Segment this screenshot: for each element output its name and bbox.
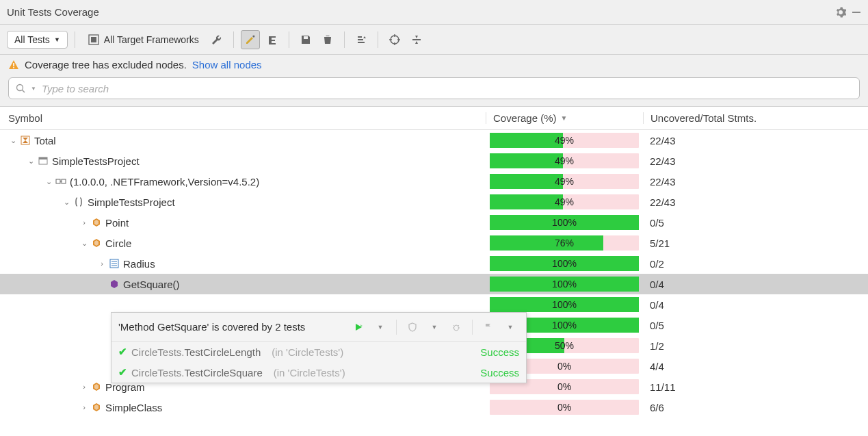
target-frameworks-label: All Target Frameworks bbox=[104, 34, 199, 45]
cell-symbol: ›SimpleClass bbox=[0, 402, 486, 413]
cell-coverage: 100% bbox=[486, 277, 643, 292]
tree-row[interactable]: ⌄Total49%22/43 bbox=[0, 130, 868, 151]
tree-row[interactable]: ›Radius100%0/2 bbox=[0, 253, 868, 274]
test-location: (in 'CircleTests') bbox=[272, 346, 343, 358]
cell-uncovered: 0/4 bbox=[643, 279, 868, 290]
header-coverage[interactable]: Coverage (%) ▼ bbox=[486, 112, 643, 124]
svg-line-7 bbox=[23, 90, 25, 93]
target-icon[interactable] bbox=[385, 30, 404, 49]
header-uncovered[interactable]: Uncovered/Total Stmts. bbox=[643, 112, 868, 124]
cell-uncovered: 4/4 bbox=[643, 361, 868, 372]
tree-row[interactable]: GetSquare()100%0/4 bbox=[0, 274, 868, 294]
tree-row[interactable]: ⌄SimpleTestsProject49%22/43 bbox=[0, 151, 868, 171]
header-symbol[interactable]: Symbol bbox=[0, 112, 486, 124]
cell-symbol: ⌄(1.0.0.0, .NETFramework,Version=v4.5.2) bbox=[0, 176, 486, 188]
highlight-icon[interactable] bbox=[241, 30, 260, 49]
column-headers: Symbol Coverage (%) ▼ Uncovered/Total St… bbox=[0, 107, 868, 130]
framework-icon bbox=[55, 176, 67, 187]
cell-coverage: 100% bbox=[486, 256, 643, 271]
test-status: Success bbox=[480, 346, 519, 358]
coverage-popup: 'Method GetSquare' is covered by 2 tests… bbox=[111, 312, 527, 383]
collapse-icon[interactable]: ⌄ bbox=[60, 198, 73, 207]
tree-row[interactable]: ⌄(1.0.0.0, .NETFramework,Version=v4.5.2)… bbox=[0, 171, 868, 192]
coverage-percent: 76% bbox=[490, 235, 639, 251]
popup-header: 'Method GetSquare' is covered by 2 tests… bbox=[111, 313, 526, 342]
search-icon bbox=[16, 84, 25, 93]
cell-symbol: ⌄SimpleTestsProject bbox=[0, 155, 486, 167]
target-frameworks-button[interactable]: All Target Frameworks bbox=[82, 34, 205, 46]
test-row[interactable]: ✔ CircleTests.TestCircleLength (in 'Circ… bbox=[111, 342, 526, 362]
dropdown-arrow-icon[interactable]: ▼ bbox=[31, 86, 36, 92]
separator bbox=[75, 31, 75, 48]
show-all-nodes-link[interactable]: Show all nodes bbox=[192, 59, 262, 70]
test-row[interactable]: ✔ CircleTests.TestCircleSquare (in 'Circ… bbox=[111, 362, 526, 383]
test-name: CircleTests.TestCircleLength bbox=[131, 346, 261, 358]
test-status: Success bbox=[480, 367, 519, 379]
sort-icon[interactable] bbox=[352, 30, 371, 49]
coverage-tree: ⌄Total49%22/43⌄SimpleTestsProject49%22/4… bbox=[0, 130, 868, 418]
expand-icon[interactable]: › bbox=[96, 259, 108, 268]
chevron-down-icon[interactable]: ▼ bbox=[425, 318, 443, 336]
tree-row[interactable]: ⌄Circle76%5/21 bbox=[0, 233, 868, 253]
svg-rect-0 bbox=[852, 12, 860, 13]
row-label: Circle bbox=[105, 238, 131, 249]
wrench-icon[interactable] bbox=[207, 30, 226, 49]
sort-desc-icon: ▼ bbox=[561, 114, 568, 122]
popup-title: 'Method GetSquare' is covered by 2 tests bbox=[118, 321, 345, 333]
collapse-icon[interactable]: ⌄ bbox=[42, 177, 55, 186]
save-icon[interactable] bbox=[296, 30, 315, 49]
row-label: Radius bbox=[123, 258, 155, 270]
expand-icon[interactable]: › bbox=[78, 403, 90, 411]
cell-uncovered: 0/4 bbox=[643, 299, 868, 311]
delete-icon[interactable] bbox=[318, 30, 337, 49]
run-icon[interactable] bbox=[350, 318, 367, 336]
class-icon bbox=[90, 238, 103, 248]
test-location: (in 'CircleTests') bbox=[274, 367, 345, 379]
tree-row[interactable]: ›SimpleClass0%6/6 bbox=[0, 397, 868, 418]
all-tests-label: All Tests bbox=[14, 34, 50, 45]
svg-rect-12 bbox=[62, 179, 66, 183]
cell-symbol: ›Point bbox=[0, 217, 486, 229]
row-label: (1.0.0.0, .NETFramework,Version=v4.5.2) bbox=[70, 176, 259, 188]
separator bbox=[289, 31, 289, 48]
tree-row[interactable]: ⌄SimpleTestsProject49%22/43 bbox=[0, 192, 868, 212]
cell-symbol: ›Radius bbox=[0, 258, 486, 270]
row-label: SimpleTestsProject bbox=[88, 196, 175, 208]
svg-rect-8 bbox=[21, 136, 29, 144]
cell-symbol: ⌄SimpleTestsProject bbox=[0, 196, 486, 208]
coverage-percent: 100% bbox=[490, 256, 639, 271]
class-icon bbox=[90, 402, 103, 413]
namespace-icon bbox=[73, 196, 85, 207]
flag-icon[interactable] bbox=[479, 318, 497, 336]
expand-icon[interactable]: › bbox=[78, 383, 90, 391]
expand-icon[interactable]: › bbox=[78, 218, 90, 227]
cell-uncovered: 5/21 bbox=[643, 238, 868, 249]
row-label: Total bbox=[34, 135, 56, 146]
tree-row[interactable]: ›Point100%0/5 bbox=[0, 212, 868, 233]
cell-uncovered: 0/5 bbox=[643, 217, 868, 229]
search-box[interactable]: ▼ bbox=[8, 77, 860, 99]
chevron-down-icon[interactable]: ▼ bbox=[501, 318, 519, 336]
all-tests-dropdown[interactable]: All Tests ▼ bbox=[7, 31, 68, 49]
settings-icon[interactable] bbox=[835, 7, 846, 18]
collapse-icon[interactable]: ⌄ bbox=[25, 157, 37, 166]
cell-uncovered: 0/5 bbox=[643, 320, 868, 331]
navigate-icon[interactable] bbox=[263, 30, 282, 49]
cell-coverage: 49% bbox=[486, 153, 643, 168]
property-icon bbox=[108, 258, 120, 269]
notice-bar: Coverage tree has excluded nodes. Show a… bbox=[0, 55, 868, 73]
bug-icon[interactable] bbox=[447, 318, 465, 336]
row-label: SimpleClass bbox=[105, 402, 162, 413]
coverage-percent: 0% bbox=[490, 400, 639, 415]
cell-uncovered: 6/6 bbox=[643, 402, 868, 413]
method-icon bbox=[108, 279, 120, 290]
search-input[interactable] bbox=[42, 83, 852, 94]
minimize-icon[interactable] bbox=[852, 8, 861, 17]
cell-uncovered: 22/43 bbox=[643, 176, 868, 188]
threshold-icon[interactable] bbox=[407, 30, 426, 49]
chevron-down-icon[interactable]: ▼ bbox=[371, 318, 389, 336]
collapse-icon[interactable]: ⌄ bbox=[7, 136, 19, 145]
collapse-icon[interactable]: ⌄ bbox=[78, 239, 90, 248]
shield-icon[interactable] bbox=[404, 318, 421, 336]
titlebar: Unit Tests Coverage bbox=[0, 0, 868, 25]
